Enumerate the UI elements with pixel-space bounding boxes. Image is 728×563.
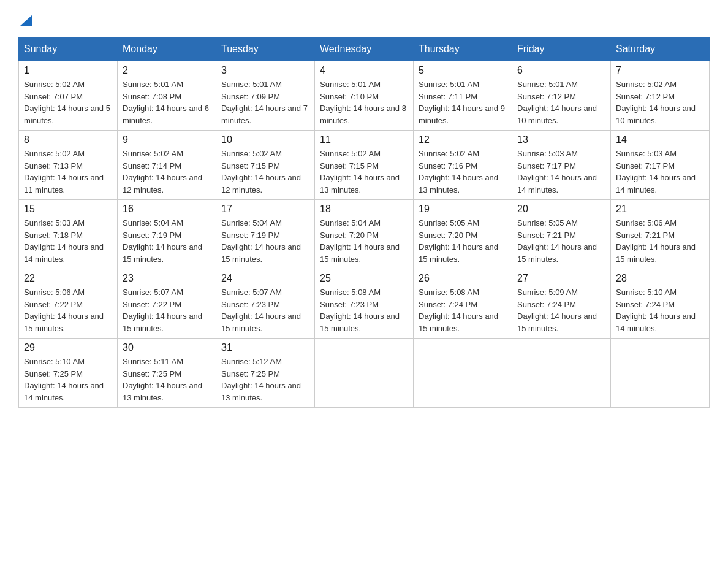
calendar-cell: 9 Sunrise: 5:02 AM Sunset: 7:14 PM Dayli… [118,131,216,200]
calendar-cell: 15 Sunrise: 5:03 AM Sunset: 7:18 PM Dayl… [19,200,118,269]
weekday-header-sunday: Sunday [19,37,118,61]
calendar-week-3: 15 Sunrise: 5:03 AM Sunset: 7:18 PM Dayl… [19,200,710,269]
day-info: Sunrise: 5:09 AM Sunset: 7:24 PM Dayligh… [517,286,605,334]
calendar-cell: 6 Sunrise: 5:01 AM Sunset: 7:12 PM Dayli… [512,61,611,131]
day-number: 1 [24,65,112,76]
weekday-header-tuesday: Tuesday [216,37,315,61]
weekday-header-thursday: Thursday [414,37,512,61]
day-number: 21 [616,204,704,215]
calendar-header-row: SundayMondayTuesdayWednesdayThursdayFrid… [19,37,710,61]
calendar-cell: 4 Sunrise: 5:01 AM Sunset: 7:10 PM Dayli… [315,61,414,131]
calendar-cell: 3 Sunrise: 5:01 AM Sunset: 7:09 PM Dayli… [216,61,315,131]
calendar-cell: 2 Sunrise: 5:01 AM Sunset: 7:08 PM Dayli… [118,61,216,131]
day-number: 24 [221,273,309,284]
day-number: 29 [24,342,112,353]
calendar-cell [512,339,611,408]
calendar-cell [414,339,512,408]
calendar-cell: 5 Sunrise: 5:01 AM Sunset: 7:11 PM Dayli… [414,61,512,131]
day-number: 25 [320,273,408,284]
calendar-week-5: 29 Sunrise: 5:10 AM Sunset: 7:25 PM Dayl… [19,339,710,408]
day-info: Sunrise: 5:06 AM Sunset: 7:21 PM Dayligh… [616,217,704,265]
day-number: 31 [221,342,309,353]
day-info: Sunrise: 5:03 AM Sunset: 7:17 PM Dayligh… [517,148,605,196]
calendar-cell: 14 Sunrise: 5:03 AM Sunset: 7:17 PM Dayl… [611,131,710,200]
day-info: Sunrise: 5:06 AM Sunset: 7:22 PM Dayligh… [24,286,112,334]
calendar-cell: 30 Sunrise: 5:11 AM Sunset: 7:25 PM Dayl… [118,339,216,408]
calendar-cell: 23 Sunrise: 5:07 AM Sunset: 7:22 PM Dayl… [118,269,216,339]
day-info: Sunrise: 5:03 AM Sunset: 7:18 PM Dayligh… [24,217,112,265]
calendar-week-1: 1 Sunrise: 5:02 AM Sunset: 7:07 PM Dayli… [19,61,710,131]
day-number: 14 [616,134,704,145]
day-info: Sunrise: 5:01 AM Sunset: 7:11 PM Dayligh… [419,79,507,126]
weekday-header-wednesday: Wednesday [315,37,414,61]
calendar-cell [611,339,710,408]
logo-icon [20,12,32,26]
calendar-cell: 22 Sunrise: 5:06 AM Sunset: 7:22 PM Dayl… [19,269,118,339]
calendar-cell: 16 Sunrise: 5:04 AM Sunset: 7:19 PM Dayl… [118,200,216,269]
day-info: Sunrise: 5:02 AM Sunset: 7:14 PM Dayligh… [123,148,211,196]
logo [18,12,32,26]
day-number: 23 [123,273,211,284]
day-number: 4 [320,65,408,76]
day-info: Sunrise: 5:11 AM Sunset: 7:25 PM Dayligh… [123,356,211,404]
calendar-cell: 24 Sunrise: 5:07 AM Sunset: 7:23 PM Dayl… [216,269,315,339]
day-number: 19 [419,204,507,215]
day-number: 12 [419,134,507,145]
day-number: 20 [517,204,605,215]
day-number: 18 [320,204,408,215]
day-info: Sunrise: 5:02 AM Sunset: 7:15 PM Dayligh… [221,148,309,196]
day-number: 2 [123,65,211,76]
day-info: Sunrise: 5:01 AM Sunset: 7:10 PM Dayligh… [320,79,408,126]
day-info: Sunrise: 5:05 AM Sunset: 7:21 PM Dayligh… [517,217,605,265]
calendar-cell: 12 Sunrise: 5:02 AM Sunset: 7:16 PM Dayl… [414,131,512,200]
weekday-header-monday: Monday [118,37,216,61]
day-number: 7 [616,65,704,76]
calendar-cell: 21 Sunrise: 5:06 AM Sunset: 7:21 PM Dayl… [611,200,710,269]
day-number: 3 [221,65,309,76]
calendar-cell: 25 Sunrise: 5:08 AM Sunset: 7:23 PM Dayl… [315,269,414,339]
day-number: 30 [123,342,211,353]
day-info: Sunrise: 5:02 AM Sunset: 7:12 PM Dayligh… [616,79,704,126]
day-number: 6 [517,65,605,76]
day-info: Sunrise: 5:01 AM Sunset: 7:08 PM Dayligh… [123,79,211,126]
day-info: Sunrise: 5:02 AM Sunset: 7:15 PM Dayligh… [320,148,408,196]
day-info: Sunrise: 5:02 AM Sunset: 7:13 PM Dayligh… [24,148,112,196]
day-info: Sunrise: 5:04 AM Sunset: 7:19 PM Dayligh… [221,217,309,265]
calendar-cell: 13 Sunrise: 5:03 AM Sunset: 7:17 PM Dayl… [512,131,611,200]
day-number: 16 [123,204,211,215]
calendar-cell: 10 Sunrise: 5:02 AM Sunset: 7:15 PM Dayl… [216,131,315,200]
calendar-cell [315,339,414,408]
calendar-week-4: 22 Sunrise: 5:06 AM Sunset: 7:22 PM Dayl… [19,269,710,339]
day-info: Sunrise: 5:02 AM Sunset: 7:07 PM Dayligh… [24,79,112,126]
day-number: 17 [221,204,309,215]
day-info: Sunrise: 5:04 AM Sunset: 7:20 PM Dayligh… [320,217,408,265]
day-info: Sunrise: 5:08 AM Sunset: 7:24 PM Dayligh… [419,286,507,334]
calendar-cell: 7 Sunrise: 5:02 AM Sunset: 7:12 PM Dayli… [611,61,710,131]
calendar-cell: 17 Sunrise: 5:04 AM Sunset: 7:19 PM Dayl… [216,200,315,269]
page-header [18,12,710,26]
day-info: Sunrise: 5:05 AM Sunset: 7:20 PM Dayligh… [419,217,507,265]
weekday-header-friday: Friday [512,37,611,61]
weekday-header-saturday: Saturday [611,37,710,61]
day-number: 22 [24,273,112,284]
day-number: 15 [24,204,112,215]
calendar-table: SundayMondayTuesdayWednesdayThursdayFrid… [18,37,710,408]
day-number: 13 [517,134,605,145]
day-info: Sunrise: 5:10 AM Sunset: 7:25 PM Dayligh… [24,356,112,404]
day-info: Sunrise: 5:12 AM Sunset: 7:25 PM Dayligh… [221,356,309,404]
day-info: Sunrise: 5:02 AM Sunset: 7:16 PM Dayligh… [419,148,507,196]
calendar-cell: 31 Sunrise: 5:12 AM Sunset: 7:25 PM Dayl… [216,339,315,408]
calendar-cell: 26 Sunrise: 5:08 AM Sunset: 7:24 PM Dayl… [414,269,512,339]
day-info: Sunrise: 5:01 AM Sunset: 7:12 PM Dayligh… [517,79,605,126]
calendar-cell: 27 Sunrise: 5:09 AM Sunset: 7:24 PM Dayl… [512,269,611,339]
day-info: Sunrise: 5:07 AM Sunset: 7:22 PM Dayligh… [123,286,211,334]
calendar-cell: 1 Sunrise: 5:02 AM Sunset: 7:07 PM Dayli… [19,61,118,131]
day-number: 10 [221,134,309,145]
day-number: 11 [320,134,408,145]
calendar-cell: 11 Sunrise: 5:02 AM Sunset: 7:15 PM Dayl… [315,131,414,200]
calendar-cell: 18 Sunrise: 5:04 AM Sunset: 7:20 PM Dayl… [315,200,414,269]
day-number: 9 [123,134,211,145]
calendar-week-2: 8 Sunrise: 5:02 AM Sunset: 7:13 PM Dayli… [19,131,710,200]
svg-marker-0 [20,15,32,26]
day-number: 26 [419,273,507,284]
